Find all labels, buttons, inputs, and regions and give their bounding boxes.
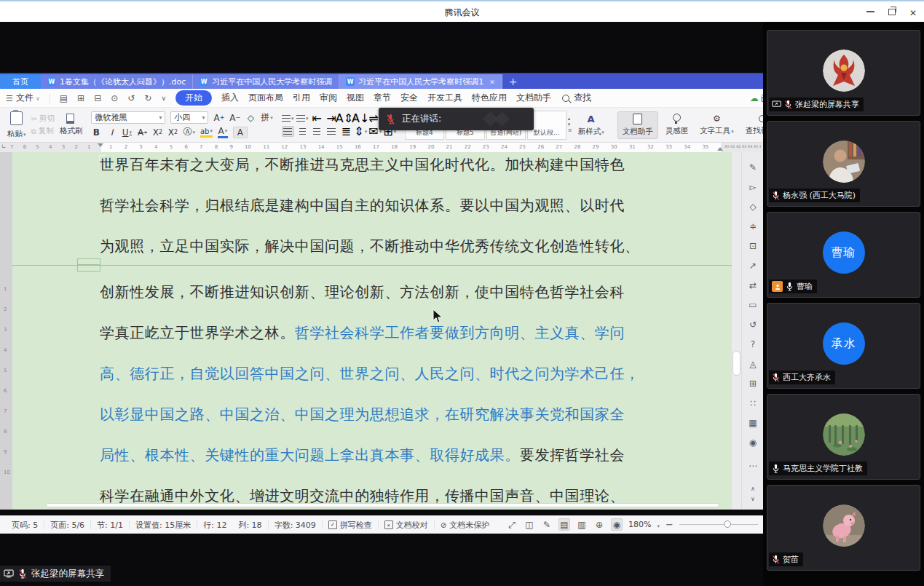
participant-tile[interactable]: 杨永强 (西工大马院) [767,121,920,207]
doc-line[interactable]: 世界百年未有之大变局，不断推进马克思主义中国化时代化。加快构建中国特色 [100,156,653,173]
menu-item-page-layout[interactable]: 页面布局 [248,92,283,104]
right-indent-marker[interactable] [717,147,723,151]
minimize-icon[interactable] [866,11,874,12]
apps-icon[interactable]: ∷ [742,398,763,408]
font-name-select[interactable]: 微软雅黑 [91,111,165,124]
style-gallery-more-icon[interactable]: ≡ [568,128,572,133]
print-preview-icon[interactable]: ⊙ [111,93,118,103]
doc-line[interactable]: 哲学社会科学，归根结底是建构中国自主的知识体系。要以中国为观照、以时代 [100,197,653,214]
adjust-settings-icon[interactable]: ≑ [742,221,763,231]
doc-line[interactable]: 学真正屹立于世界学术之林。哲学社会科学工作者要做到方向明、主义真、学问 [100,324,653,341]
tab-close-icon[interactable] [483,77,495,87]
doc-line[interactable]: 科学在融通中外文化、增进文明交流中的独特作用，传播中国声音、中国理论、 [100,487,653,504]
history-icon[interactable]: ↺ [742,320,763,330]
card-view-icon[interactable]: ▭ [742,300,763,310]
chart-icon[interactable]: ▦ [742,418,763,428]
menu-item-view[interactable]: 视图 [347,92,364,104]
translate-icon[interactable]: ⇄ [742,280,763,290]
first-line-indent-marker[interactable] [98,143,103,147]
menu-item-section[interactable]: 章节 [374,92,391,104]
bullet-list-icon[interactable] [282,113,294,124]
redo-icon[interactable]: ↻ [144,93,151,103]
cut-button[interactable]: 剪切 [31,114,55,124]
justify-icon[interactable] [325,126,338,137]
doc-assistant-button[interactable]: 文档助手 [617,111,658,139]
doc-line[interactable]: 为观照，立足中国实际，解决中国问题，不断推动中华优秀传统文化创造性转化、 [100,237,653,255]
edit-pen-icon[interactable]: ✎ [742,162,763,173]
page-view-icon[interactable]: ▤ [558,518,570,531]
select-pointer-icon[interactable]: ▻ [742,182,763,192]
align-center-icon[interactable] [296,126,309,137]
tab-document-2[interactable]: W 习近平在中国人民大学考察时强调 [193,74,339,89]
inspiration-box-button[interactable]: 灵感匣 [661,112,693,138]
vertical-scrollbar[interactable] [732,152,741,510]
text-tools-button[interactable]: 文字工具 [695,112,738,138]
eye-protection-icon[interactable]: ◉ [611,518,623,531]
zoom-slider-thumb[interactable] [724,520,731,528]
italic-button[interactable]: I [106,127,117,138]
screenshot-icon[interactable]: ⊡ [742,241,763,251]
menu-item-find[interactable]: 查找 [561,92,591,104]
bold-button[interactable]: B [91,127,101,138]
new-style-button[interactable]: 新样式 [574,112,609,138]
highlight-color-button[interactable]: ab [200,127,213,138]
format-painter-button[interactable]: 格式刷 [60,114,83,136]
align-right-icon[interactable] [311,126,323,137]
horizontal-ruler[interactable]: ∟ 7 6 5 4 3 2 1 1 2 3 4 5 6 7 8 9 10 11 … [0,143,763,152]
menu-item-doc-assistant[interactable]: 文档助手 [516,92,551,104]
spell-check-toggle[interactable]: 拼写检查 [323,520,378,531]
help-icon[interactable]: ? [742,339,763,349]
doc-line[interactable]: 局性、根本性、关键性的重大问题上拿出真本事、取得好成果。要发挥哲学社会 [100,446,653,464]
customize-toolbar-icon[interactable]: ∨ [161,95,166,102]
style-gallery-up-icon[interactable]: ▴ [568,116,572,122]
participant-tile[interactable]: 马克思主义学院丁社教 [767,394,920,480]
font-size-select[interactable]: 小四 [170,111,208,124]
character-scale-icon[interactable]: A⇕ [340,113,352,124]
clear-format-icon[interactable]: ◇ [245,113,256,123]
menu-item-security[interactable]: 安全 [400,92,418,104]
status-word-count[interactable]: 字数: 3409 [269,520,322,531]
close-icon[interactable] [909,5,917,19]
style-gallery-down-icon[interactable]: ▾ [568,122,572,127]
menu-item-special-features[interactable]: 特色应用 [472,92,507,104]
tab-stop-selector[interactable]: ∟ [1,143,7,150]
doc-line[interactable]: 以彰显中国之路、中国之治、中国之理为思想追求，在研究解决事关党和国家全 [100,405,653,423]
participant-tile[interactable]: 承水 西工大齐承水 [767,303,920,389]
horizontal-scrollbar-thumb[interactable] [46,503,719,507]
outline-view-icon[interactable]: ▥ [576,518,588,531]
shrink-font-button[interactable]: A− [229,113,240,123]
print-icon[interactable]: ⊟ [94,93,101,103]
fullscreen-view-icon[interactable]: ⤢ [506,518,518,531]
menu-item-dev-tools[interactable]: 开发工具 [427,92,462,104]
two-page-view-icon[interactable]: ◫ [524,518,535,531]
tab-home[interactable]: 首页 [0,74,41,89]
doc-line[interactable]: 高、德行正，自觉以回答中国之问、世界之问、人民之问、时代之问为学术己任， [100,365,653,382]
pen-mode-icon[interactable]: ✎ [541,518,553,531]
protection-status[interactable]: 文档未保护 [435,520,495,531]
zoom-dropdown-icon[interactable] [657,520,660,530]
sort-icon[interactable]: A↓ [355,113,367,124]
vertical-ruler[interactable]: 1 2 3 4 5 6 7 8 9 10 [0,269,12,510]
vertical-scrollbar-thumb[interactable] [733,351,741,376]
page-up-icon[interactable]: ∧ [742,486,763,492]
web-view-icon[interactable]: ⊕ [593,518,605,531]
proofread-toggle[interactable]: 文档校对 [379,520,434,531]
menu-item-start[interactable]: 开始 [175,90,212,106]
numbered-list-icon[interactable] [296,113,309,124]
zoom-slider[interactable] [679,524,758,525]
participant-tile[interactable]: 贺苗 [767,485,920,571]
zoom-out-button[interactable]: − [666,519,674,530]
new-tab-button[interactable] [502,74,524,89]
align-left-icon[interactable] [282,126,294,137]
distribute-icon[interactable]: ≣ [340,126,352,137]
doc-line[interactable]: 创新性发展，不断推进知识创新、理论创新、方法创新，使中国特色哲学社会科 [100,283,653,301]
download-icon[interactable]: ◉ [742,437,763,448]
zoom-level[interactable]: 180% [628,520,651,529]
undo-icon[interactable]: ↺ [127,93,135,103]
superscript-button[interactable]: X2 [152,127,162,138]
document-page[interactable]: 世界百年未有之大变局，不断推进马克思主义中国化时代化。加快构建中国特色 哲学社会… [12,152,732,510]
menu-item-review[interactable]: 审阅 [320,92,337,104]
character-shading-button[interactable]: A [233,127,248,138]
shapes-icon[interactable]: ◇ [742,202,763,212]
subscript-button[interactable]: X2 [167,127,178,138]
